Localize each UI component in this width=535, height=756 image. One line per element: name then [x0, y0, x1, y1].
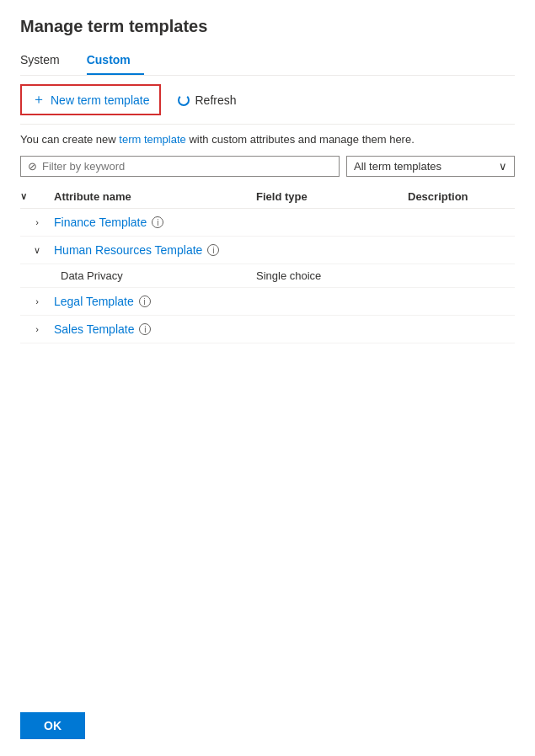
all-templates-dropdown[interactable]: All term templates ∨: [346, 156, 515, 177]
new-template-label: New term template: [51, 93, 149, 107]
chevron-down-icon: ∨: [499, 160, 507, 173]
hr-template-link[interactable]: Human Resources Template i: [54, 243, 256, 257]
info-text: You can create new term template with cu…: [20, 133, 515, 146]
refresh-button[interactable]: Refresh: [168, 88, 246, 112]
toolbar: ＋ New term template Refresh: [20, 76, 515, 125]
page-title: Manage term templates: [20, 17, 515, 36]
header-chevron-col: ∨: [20, 190, 54, 203]
attr-name-data-privacy: Data Privacy: [54, 269, 256, 282]
table-row: › Legal Template i: [20, 288, 515, 316]
tab-system[interactable]: System: [20, 46, 73, 75]
expand-hr-icon[interactable]: ∨: [20, 245, 54, 256]
legal-template-label: Legal Template: [54, 295, 134, 308]
dropdown-label: All term templates: [354, 160, 441, 173]
footer: OK: [20, 712, 85, 739]
expand-sales-icon[interactable]: ›: [20, 324, 54, 334]
term-template-link[interactable]: term template: [119, 133, 185, 146]
sales-template-label: Sales Template: [54, 322, 134, 336]
page-container: Manage term templates System Custom ＋ Ne…: [0, 0, 535, 360]
tab-custom[interactable]: Custom: [87, 46, 144, 75]
table-row: › Finance Template i: [20, 209, 515, 237]
new-template-button[interactable]: ＋ New term template: [20, 84, 161, 115]
filter-icon: ⊘: [28, 160, 37, 173]
refresh-label: Refresh: [195, 93, 236, 107]
col-description: Description: [408, 190, 515, 203]
legal-info-icon[interactable]: i: [139, 295, 151, 307]
tab-bar: System Custom: [20, 46, 515, 76]
expand-legal-icon[interactable]: ›: [20, 296, 54, 306]
finance-info-icon[interactable]: i: [152, 216, 163, 228]
hr-info-icon[interactable]: i: [207, 244, 219, 256]
finance-template-link[interactable]: Finance Template i: [54, 216, 256, 229]
refresh-icon: [178, 94, 190, 106]
expand-finance-icon[interactable]: ›: [20, 217, 54, 227]
filter-row: ⊘ All term templates ∨: [20, 156, 515, 177]
col-attribute-name: Attribute name: [54, 190, 256, 203]
col-field-type: Field type: [256, 190, 408, 203]
list-item: Data Privacy Single choice: [20, 264, 515, 288]
ok-button[interactable]: OK: [20, 712, 85, 739]
filter-input[interactable]: [42, 160, 332, 173]
filter-input-wrapper[interactable]: ⊘: [20, 156, 340, 177]
finance-template-label: Finance Template: [54, 216, 147, 229]
legal-template-link[interactable]: Legal Template i: [54, 295, 256, 308]
plus-icon: ＋: [32, 91, 45, 109]
sales-info-icon[interactable]: i: [139, 323, 151, 335]
table-row: › Sales Template i: [20, 316, 515, 343]
field-type-data-privacy: Single choice: [256, 269, 408, 282]
sales-template-link[interactable]: Sales Template i: [54, 322, 256, 336]
table-row: ∨ Human Resources Template i: [20, 237, 515, 264]
sort-chevron-icon[interactable]: ∨: [20, 191, 27, 202]
hr-template-label: Human Resources Template: [54, 243, 202, 257]
table-header: ∨ Attribute name Field type Description: [20, 185, 515, 209]
